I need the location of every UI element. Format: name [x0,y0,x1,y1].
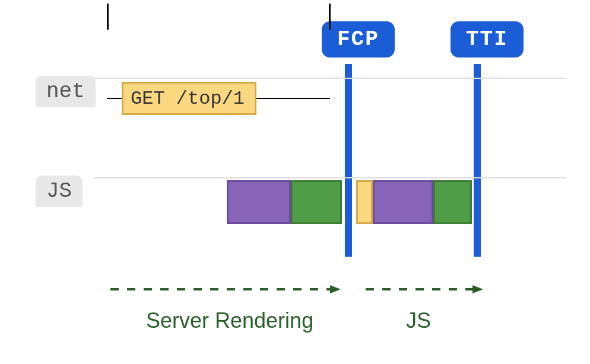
timeline-diagram: FCP TTI net GET /top/1 JS Se [0,0,590,364]
server-rendering-arrow [110,283,342,295]
js-lane-divider [94,177,566,178]
tti-marker-line [474,64,481,257]
js-lane-label: JS [36,175,83,207]
js-block-yellow [356,180,373,224]
js-phase-arrow [366,283,484,295]
fcp-badge: FCP [322,21,395,58]
net-request-label: GET /top/1 [131,88,245,110]
net-start-tick [107,4,109,30]
js-block-purple-1 [227,180,291,224]
js-phase-label: JS [406,308,431,333]
net-lane-label: net [36,76,96,107]
js-block-purple-2 [373,180,433,224]
tti-badge: TTI [451,21,524,58]
svg-marker-1 [330,285,341,293]
svg-marker-3 [472,285,483,293]
net-lane-divider [94,78,566,79]
fcp-marker-line [345,64,352,257]
js-block-green-2 [433,180,472,224]
net-end-tick [329,4,331,30]
server-rendering-label: Server Rendering [146,308,313,333]
net-request-box: GET /top/1 [122,82,256,115]
js-block-green-1 [291,180,342,224]
